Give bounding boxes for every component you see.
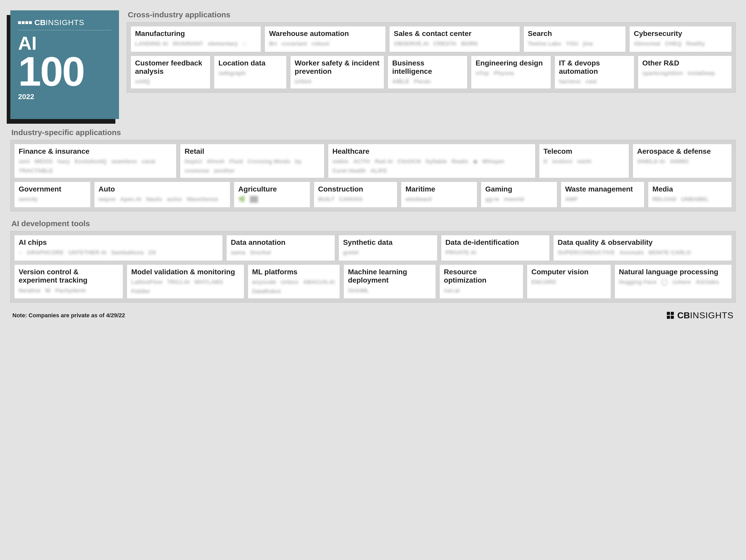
company-logo: BUILT: [318, 196, 335, 203]
logo-list: gg·reinworld: [485, 196, 553, 203]
company-logo: Fiddler: [131, 288, 150, 295]
category-cell: RetailDepictAfreshFluidCrossing Mindsbyc…: [180, 144, 324, 178]
company-logo: ABACUS.AI: [303, 279, 335, 285]
company-logo: nTop: [476, 70, 489, 77]
company-logo: LatticeFlow: [131, 279, 163, 285]
category-title: Auto: [98, 185, 226, 193]
company-logo: unitQ: [135, 78, 150, 85]
company-logo: LANDING AI: [135, 40, 168, 47]
company-logo: zeni: [19, 158, 30, 165]
company-logo: SambaNova: [111, 249, 144, 256]
company-logo: CHEQ: [665, 40, 682, 47]
logo-list: Hugging Face◯cohereAI21labs: [619, 279, 727, 285]
company-logo: Realix: [452, 158, 468, 165]
company-logo: Curei Health: [333, 167, 366, 174]
logo-list: OctoML: [348, 287, 431, 294]
category-cell: Worker safety & incident preventionUrbin…: [290, 56, 384, 89]
company-logo: Depict: [184, 158, 202, 165]
logo-list: anyscaleUnboxABACUS.AIDataRobot: [252, 279, 336, 295]
category-cell: CybersecurityAbnormalCHEQReality: [629, 26, 732, 52]
category-title: Healthcare: [333, 147, 531, 156]
company-logo: ANIMO: [670, 158, 689, 165]
company-logo: ALIFE: [371, 167, 387, 174]
company-logo: Iterative: [19, 287, 40, 294]
category-title: Finance & insurance: [19, 147, 172, 156]
category-cell: HealthcareowkinACTIVRad AIClinOCNSyllabl…: [328, 144, 536, 178]
logo-list: OBSERVE.AICRESTABORN: [394, 40, 515, 47]
company-logo: cosmose: [184, 167, 209, 174]
company-logo: OctoML: [348, 287, 369, 294]
category-title: Data quality & observability: [558, 238, 727, 247]
logo-list: Bricovariantrobust: [269, 40, 381, 47]
logo-list: harnesscast: [559, 78, 630, 85]
category-cell: ConstructionBUILTCANVAS: [314, 182, 398, 207]
company-logo: INVARIANT: [173, 40, 203, 47]
company-logo: UNBABEL: [681, 196, 709, 203]
category-cell: Data annotationsamaSnorkel: [226, 235, 335, 261]
company-logo: cast: [585, 78, 597, 85]
category-cell: Natural language processingHugging Face◯…: [614, 264, 732, 299]
company-logo: ◆: [473, 158, 478, 165]
company-logo: owkin: [333, 158, 348, 165]
category-title: Resource optimization: [444, 268, 519, 284]
company-logo: jina: [583, 40, 593, 47]
category-cell: Other R&DsparkcognitionInstaDeep: [638, 56, 732, 89]
logo-list: ENCORD: [531, 279, 606, 285]
company-logo: cohere: [672, 279, 691, 285]
company-logo: sparkcognition: [642, 70, 683, 77]
title-badge: CBINSIGHTS AI 100 2022: [10, 10, 119, 119]
top-row: CBINSIGHTS AI 100 2022 Cross-industry ap…: [10, 10, 736, 119]
logo-list: zeniWEISShazyEvolutionIQseamlesscaratTRA…: [19, 158, 172, 174]
logo-list: IterativeWPachyderm: [19, 287, 119, 294]
category-title: Version control & experiment tracking: [19, 268, 119, 284]
company-logo: ○: [19, 249, 22, 256]
company-logo: ΣN: [148, 249, 156, 256]
company-logo: ██: [250, 196, 258, 203]
infographic-container: CBINSIGHTS AI 100 2022 Cross-industry ap…: [10, 10, 736, 320]
category-cell: Warehouse automationBricovariantrobust: [265, 26, 386, 52]
logo-list: LatticeFlowTROJ.AIWHYLABSFiddler: [131, 279, 239, 295]
category-title: Machine learning deployment: [348, 268, 431, 284]
company-logo: DataRobot: [252, 288, 281, 295]
section-industry-specific: Industry-specific applications Finance &…: [10, 128, 736, 212]
company-logo: harness: [559, 78, 581, 85]
category-title: Cybersecurity: [634, 29, 727, 38]
category-cell: Business intelligenceAIBLEPecan: [388, 56, 467, 89]
company-logo: Urbint: [295, 78, 311, 85]
company-logo: □: [242, 40, 246, 47]
category-cell: Gaminggg·reinworld: [481, 182, 557, 207]
company-logo: robust: [312, 40, 329, 47]
category-cell: Version control & experiment trackingIte…: [14, 264, 123, 299]
category-title: Computer vision: [531, 268, 606, 276]
category-title: AI chips: [19, 238, 218, 247]
logo-list: DepictAfreshFluidCrossing Mindsbycosmose…: [184, 158, 320, 174]
category-title: Waste management: [565, 185, 640, 193]
category-cell: Data quality & observabilitySUPERCONDUCT…: [553, 235, 732, 261]
company-logo: anyscale: [252, 279, 276, 285]
company-logo: inworld: [504, 196, 524, 203]
company-logo: hazy: [57, 158, 70, 165]
category-title: Manufacturing: [135, 29, 257, 38]
company-logo: Snorkel: [250, 249, 271, 256]
company-logo: seamless: [111, 158, 137, 165]
category-cell: Engineering designnTopPhysna: [471, 56, 551, 89]
company-logo: ENCORD: [531, 279, 556, 285]
category-title: Retail: [184, 147, 320, 156]
logo-list: safegraph: [218, 70, 282, 77]
company-logo: WaveSense: [187, 196, 218, 203]
footer: Note: Companies are private as of 4/29/2…: [10, 310, 736, 320]
company-logo: ◯: [661, 279, 668, 285]
company-logo: Pecan: [414, 78, 431, 85]
logo-list: DinstinctnetAI: [543, 158, 625, 165]
category-title: Maritime: [405, 185, 473, 193]
category-cell: ML platformsanyscaleUnboxABACUS.AIDataRo…: [248, 264, 340, 299]
category-cell: Location datasafegraph: [214, 56, 287, 89]
company-logo: gretel: [343, 249, 358, 256]
category-cell: Waste managementAMP: [561, 182, 644, 207]
section-title: Cross-industry applications: [127, 10, 736, 19]
category-cell: Aerospace & defenseSHIELD AIANIMO: [633, 144, 732, 178]
company-logo: Whisper: [482, 158, 505, 165]
section-ai-dev-tools: AI development tools AI chips○GRAPHCOREU…: [10, 219, 736, 303]
company-logo: Physna: [494, 70, 514, 77]
category-title: Other R&D: [642, 59, 727, 67]
